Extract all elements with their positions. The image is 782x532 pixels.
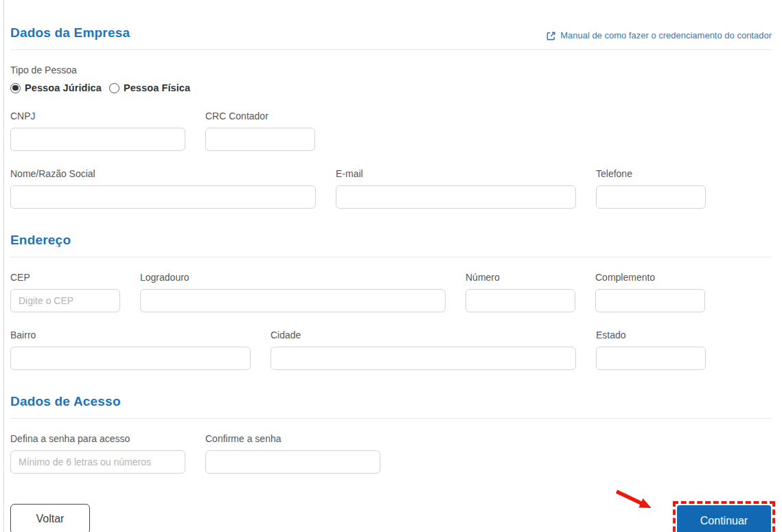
radio-pessoa-fisica-label: Pessoa Física — [124, 82, 190, 93]
acesso-section-divider — [10, 418, 772, 419]
senha-label: Defina a senha para acesso — [10, 433, 185, 444]
bairro-field-group: Bairro — [10, 329, 251, 370]
company-row-2: Nome/Razão Social E-mail Telefone — [10, 168, 772, 209]
senha-input[interactable] — [10, 450, 185, 474]
red-arrow-icon — [614, 489, 658, 516]
cep-label: CEP — [10, 272, 120, 283]
continuar-button[interactable]: Continuar — [677, 505, 771, 532]
company-section-title: Dados da Empresa — [10, 25, 130, 41]
acesso-section-header: Dados de Acesso — [10, 393, 772, 410]
confirmar-senha-label: Confirme a senha — [205, 433, 380, 444]
tipo-pessoa-label: Tipo de Pessoa — [10, 65, 772, 76]
email-input[interactable] — [336, 185, 576, 209]
crc-field-group: CRC Contador — [205, 111, 315, 151]
cidade-input[interactable] — [271, 347, 576, 370]
cnpj-label: CNPJ — [10, 111, 185, 122]
logradouro-input[interactable] — [140, 289, 446, 312]
logradouro-label: Logradouro — [140, 272, 446, 283]
cidade-field-group: Cidade — [271, 329, 576, 370]
telefone-input[interactable] — [596, 185, 706, 209]
endereco-row-1: CEP Logradouro Número Complemento — [10, 272, 772, 312]
crc-contador-input[interactable] — [205, 128, 315, 151]
confirmar-senha-input[interactable] — [205, 450, 380, 474]
numero-label: Número — [465, 272, 575, 283]
complemento-label: Complemento — [595, 272, 705, 283]
confirmar-senha-field-group: Confirme a senha — [205, 433, 380, 474]
tipo-pessoa-radio-group: Pessoa Júridica Pessoa Física — [10, 82, 772, 93]
estado-input[interactable] — [596, 347, 706, 370]
endereco-section-header: Endereço — [10, 232, 772, 248]
acesso-row-1: Defina a senha para acesso Confirme a se… — [10, 433, 772, 474]
email-label: E-mail — [336, 168, 576, 179]
endereco-row-2: Bairro Cidade Estado — [10, 329, 772, 370]
cep-input[interactable] — [10, 289, 120, 312]
radio-pessoa-juridica[interactable]: Pessoa Júridica — [10, 82, 102, 93]
bairro-label: Bairro — [10, 329, 251, 340]
company-row-1: CNPJ CRC Contador — [10, 111, 772, 151]
cidade-label: Cidade — [271, 329, 576, 340]
manual-link-label: Manual de como fazer o credenciamento do… — [560, 30, 772, 41]
estado-label: Estado — [596, 329, 706, 340]
radio-pessoa-juridica-label: Pessoa Júridica — [25, 82, 102, 93]
manual-credenciamento-link[interactable]: Manual de como fazer o credenciamento do… — [546, 30, 772, 41]
cep-field-group: CEP — [10, 272, 120, 312]
telefone-field-group: Telefone — [596, 168, 706, 209]
form-footer: Voltar Continuar — [10, 504, 772, 532]
panel-left-border — [3, 0, 4, 532]
numero-field-group: Número — [465, 272, 575, 312]
complemento-field-group: Complemento — [595, 272, 705, 312]
complemento-input[interactable] — [595, 289, 705, 312]
estado-field-group: Estado — [596, 329, 706, 370]
endereco-section-divider — [10, 257, 772, 257]
crc-label: CRC Contador — [205, 111, 315, 122]
nome-razao-input[interactable] — [10, 185, 316, 209]
nome-field-group: Nome/Razão Social — [10, 168, 316, 209]
logradouro-field-group: Logradouro — [140, 272, 446, 312]
radio-selected-icon — [10, 83, 21, 93]
senha-field-group: Defina a senha para acesso — [10, 433, 185, 474]
cnpj-field-group: CNPJ — [10, 111, 185, 151]
telefone-label: Telefone — [596, 168, 706, 179]
radio-unselected-icon — [109, 83, 119, 93]
voltar-button[interactable]: Voltar — [10, 504, 90, 532]
numero-input[interactable] — [465, 289, 575, 312]
credenciamento-form: Dados da Empresa Manual de como fazer o … — [10, 0, 772, 532]
radio-pessoa-fisica[interactable]: Pessoa Física — [109, 82, 190, 93]
cnpj-input[interactable] — [10, 128, 185, 151]
dashed-red-highlight: Continuar — [673, 501, 775, 532]
acesso-section-title: Dados de Acesso — [10, 393, 121, 410]
email-field-group: E-mail — [336, 168, 576, 209]
external-link-icon — [546, 31, 556, 41]
endereco-section-title: Endereço — [10, 232, 71, 248]
company-section-header: Dados da Empresa Manual de como fazer o … — [10, 25, 772, 41]
company-section-divider — [10, 49, 772, 50]
bairro-input[interactable] — [10, 347, 251, 370]
nome-razao-label: Nome/Razão Social — [10, 168, 316, 179]
